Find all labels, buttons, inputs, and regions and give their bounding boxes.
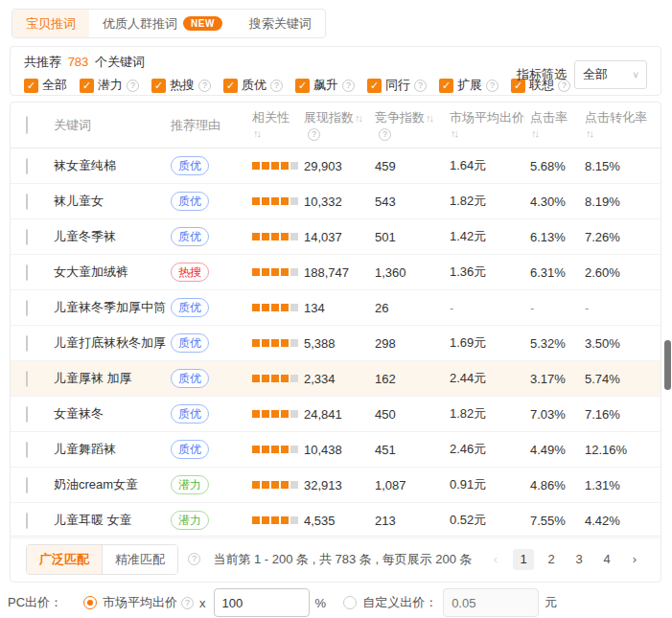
table-row[interactable]: 奶油cream女童潜力32,9131,0870.91元4.86%1.31%: [11, 468, 660, 503]
row-checkbox[interactable]: [26, 477, 28, 493]
table-row[interactable]: 袜儿童女质优10,3325431.82元4.30%8.19%: [11, 184, 660, 219]
new-badge: NEW: [183, 16, 222, 31]
sort-icon[interactable]: ↑↓: [451, 127, 457, 139]
sort-icon[interactable]: ↑↓: [355, 112, 361, 124]
market-bid-radio[interactable]: [83, 596, 97, 609]
custom-bid-input[interactable]: [443, 588, 539, 617]
match-mode-2[interactable]: 精准匹配: [102, 545, 177, 574]
match-mode-help-icon[interactable]: ?: [188, 553, 200, 565]
sort-icon[interactable]: ↑↓: [253, 127, 260, 139]
checkbox-checked-icon[interactable]: ✓: [223, 79, 238, 93]
custom-bid-radio[interactable]: [343, 596, 357, 609]
filter-option-1[interactable]: ✓全部: [24, 77, 67, 94]
filter-option-6[interactable]: ✓同行?: [367, 77, 427, 94]
sort-icon[interactable]: ↑↓: [426, 112, 432, 124]
match-mode-1[interactable]: 广泛匹配: [27, 545, 102, 574]
help-icon[interactable]: ?: [486, 80, 498, 92]
row-checkbox-cell: [11, 443, 54, 457]
scrollbar-thumb[interactable]: [664, 340, 671, 390]
page-number-2[interactable]: 2: [541, 549, 562, 570]
table-row[interactable]: 儿童打底袜秋冬加厚质优5,3882981.69元5.32%3.50%: [11, 326, 660, 361]
competition-cell: 459: [375, 159, 450, 173]
row-checkbox[interactable]: [26, 229, 28, 245]
row-checkbox-cell: [11, 407, 54, 422]
checkbox-checked-icon[interactable]: ✓: [151, 79, 166, 93]
row-checkbox[interactable]: [26, 371, 28, 387]
reason-tag: 热搜: [171, 263, 209, 282]
filter-option-2[interactable]: ✓潜力?: [80, 77, 139, 94]
table-row[interactable]: 袜女童纯棉质优29,9034591.64元5.68%8.15%: [11, 149, 660, 184]
next-page-arrow[interactable]: ›: [624, 549, 645, 570]
help-icon[interactable]: ?: [127, 80, 139, 92]
competition-cell: 26: [375, 301, 450, 315]
column-header-7[interactable]: 点击率↑↓: [530, 110, 585, 141]
checkbox-checked-icon[interactable]: ✓: [439, 79, 453, 93]
column-header-4[interactable]: 展现指数↑↓?: [304, 110, 375, 141]
table-row[interactable]: 儿童袜冬季加厚中筒质优13426---: [11, 290, 660, 326]
table-row[interactable]: 儿童厚袜 加厚质优2,3341622.44元3.17%5.74%: [11, 361, 660, 397]
cvr-cell: 1.31%: [585, 478, 660, 492]
relevance-cell: [252, 375, 304, 382]
filter-option-7[interactable]: ✓扩展?: [439, 77, 498, 94]
row-checkbox[interactable]: [26, 158, 28, 174]
reason-cell: 质优: [171, 440, 252, 459]
help-icon[interactable]: ?: [198, 80, 211, 92]
checkbox-checked-icon[interactable]: ✓: [295, 79, 310, 93]
table-row[interactable]: 儿童冬季袜质优14,0375011.42元6.13%7.26%: [11, 219, 660, 255]
row-checkbox[interactable]: [26, 406, 28, 423]
row-checkbox[interactable]: [26, 264, 28, 281]
checkbox-checked-icon[interactable]: ✓: [24, 79, 38, 93]
help-icon[interactable]: ?: [308, 128, 320, 141]
page-number-1[interactable]: 1: [513, 549, 534, 570]
select-all-checkbox[interactable]: [26, 116, 28, 134]
competition-cell: 298: [375, 336, 450, 351]
bid-percent-input[interactable]: [214, 588, 310, 617]
checkbox-checked-icon[interactable]: ✓: [367, 79, 382, 93]
tab-3[interactable]: 搜索关键词: [236, 10, 325, 37]
filter-option-5[interactable]: ✓飙升?: [295, 77, 355, 94]
filter-option-4[interactable]: ✓质优?: [223, 77, 283, 94]
avg-bid-cell: 1.69元: [450, 334, 530, 352]
reason-cell: 质优: [171, 156, 252, 175]
page-number-4[interactable]: 4: [596, 549, 617, 570]
reason-tag: 质优: [171, 156, 209, 175]
tab-2[interactable]: 优质人群推词NEW: [89, 10, 236, 37]
checkbox-checked-icon[interactable]: ✓: [80, 79, 94, 93]
sort-icon[interactable]: ↑↓: [586, 127, 592, 139]
table-row[interactable]: 女童袜冬质优24,8414501.82元7.03%7.16%: [11, 397, 660, 432]
help-icon[interactable]: ?: [414, 80, 427, 92]
tab-1[interactable]: 宝贝推词: [12, 10, 89, 37]
row-checkbox[interactable]: [26, 300, 28, 316]
relevance-cell: [252, 162, 304, 170]
competition-cell: 451: [375, 443, 450, 457]
avg-bid-cell: 1.82元: [450, 405, 530, 423]
row-checkbox[interactable]: [26, 513, 28, 529]
column-header-5[interactable]: 竞争指数↑↓?: [375, 110, 450, 141]
sort-icon[interactable]: ↑↓: [531, 127, 538, 139]
table-row[interactable]: 儿童舞蹈袜质优10,4384512.46元4.49%12.16%: [11, 432, 660, 468]
relevance-bar-segment: [262, 197, 269, 205]
row-checkbox[interactable]: [26, 442, 28, 458]
help-icon[interactable]: ?: [270, 80, 283, 92]
row-checkbox[interactable]: [26, 194, 28, 210]
row-checkbox[interactable]: [26, 335, 28, 352]
reason-cell: 质优: [171, 404, 252, 423]
table-row[interactable]: 女大童加绒裤热搜188,7471,3601.36元6.31%2.60%: [11, 255, 660, 290]
keyword-count: 783: [68, 55, 89, 69]
filter-option-3[interactable]: ✓热搜?: [151, 77, 211, 94]
help-icon[interactable]: ?: [379, 128, 391, 141]
ctr-cell: 4.49%: [530, 443, 585, 457]
column-header-6[interactable]: 市场平均出价↑↓: [450, 110, 530, 141]
column-header-8[interactable]: 点击转化率↑↓: [585, 110, 660, 141]
reason-cell: 潜力: [171, 511, 252, 530]
table-row[interactable]: 儿童耳暖 女童潜力4,5352130.52元7.55%4.42%: [11, 503, 660, 538]
column-header-3[interactable]: 相关性↑↓: [252, 110, 304, 141]
relevance-bar-segment: [271, 268, 279, 276]
relevance-bar-segment: [252, 197, 260, 205]
reason-tag: 潜力: [171, 475, 209, 494]
market-bid-help-icon[interactable]: ?: [181, 597, 194, 609]
page-number-3[interactable]: 3: [568, 549, 590, 570]
help-icon[interactable]: ?: [342, 80, 355, 92]
relevance-bar-segment: [281, 481, 289, 489]
metric-filter-select[interactable]: 全部 ˅: [574, 60, 647, 89]
